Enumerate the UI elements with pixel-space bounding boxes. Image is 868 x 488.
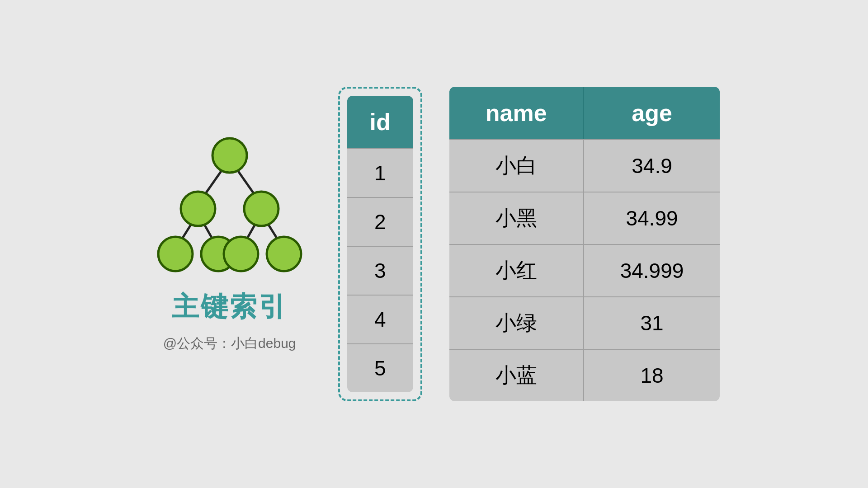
svg-point-7 (181, 192, 215, 226)
svg-point-8 (244, 192, 278, 226)
data-cell: 34.999 (583, 244, 720, 296)
svg-point-12 (267, 237, 301, 271)
subtitle: @公众号：小白debug (163, 334, 296, 353)
data-cell: 18 (583, 349, 720, 401)
svg-point-11 (224, 237, 258, 271)
id-cell: 5 (347, 343, 413, 392)
left-section: 主键索引 @公众号：小白debug (148, 135, 311, 353)
data-cell: 小黑 (449, 192, 583, 244)
main-container: 主键索引 @公众号：小白debug id 12345 nameage 小白34.… (0, 60, 868, 428)
data-cell: 小蓝 (449, 349, 583, 401)
main-title: 主键索引 (172, 289, 288, 325)
data-column-header: age (583, 87, 720, 139)
id-cell: 1 (347, 148, 413, 197)
data-table: nameage 小白34.9小黑34.99小红34.999小绿31小蓝18 (449, 87, 720, 401)
id-section: id 12345 (347, 96, 413, 392)
data-cell: 小绿 (449, 296, 583, 349)
data-cell: 小白 (449, 139, 583, 192)
id-cell: 2 (347, 197, 413, 246)
data-cell: 34.99 (583, 192, 720, 244)
id-cell: 4 (347, 295, 413, 343)
data-column-header: name (449, 87, 583, 139)
data-cell: 小红 (449, 244, 583, 296)
id-table: id 12345 (347, 96, 413, 392)
svg-point-6 (212, 138, 247, 173)
id-column-header: id (347, 96, 413, 148)
data-section: nameage 小白34.9小黑34.99小红34.999小绿31小蓝18 (449, 87, 720, 401)
id-cell: 3 (347, 246, 413, 295)
svg-point-9 (158, 237, 193, 271)
data-cell: 31 (583, 296, 720, 349)
tree-diagram (148, 135, 311, 280)
data-cell: 34.9 (583, 139, 720, 192)
